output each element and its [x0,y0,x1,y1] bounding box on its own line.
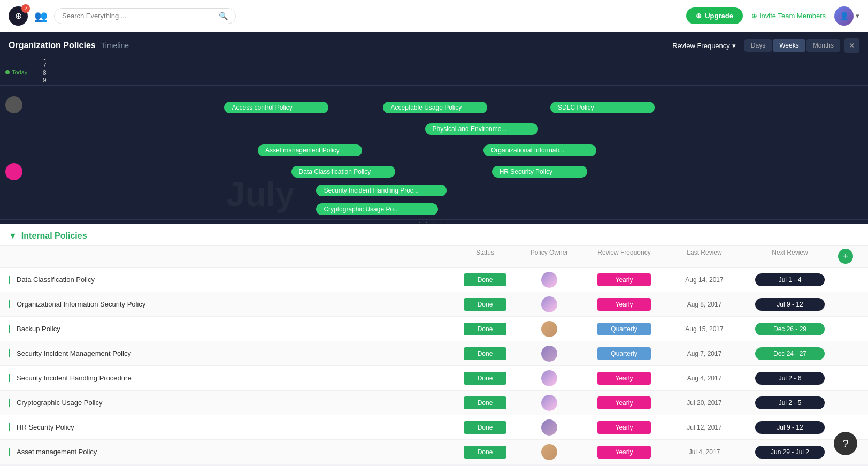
freq-cell: Yearly [581,372,667,385]
policy-name[interactable]: Security Incident Management Policy [9,349,453,357]
search-input[interactable] [62,12,216,20]
view-weeks-button[interactable]: Weeks [773,39,805,52]
date-cells: 2122232425Mon262728293012Mon3456789Mon10… [34,59,55,86]
gantt-bar[interactable]: Data Classification Policy [291,166,396,178]
view-months-button[interactable]: Months [806,39,840,52]
view-toggle: Days Weeks Months [744,39,840,52]
drag-handle[interactable]: · · · · · [0,219,868,224]
gantt-bar[interactable]: SDLC Policy [550,102,655,113]
gantt-bar[interactable]: Physical and Environme... [425,123,538,135]
next-review-cell: Jul 2 - 5 [742,396,838,409]
freq-cell: Yearly [581,396,667,409]
status-badge: Done [464,421,506,434]
owner-avatar [541,296,557,312]
next-review-cell: Jul 9 - 12 [742,421,838,434]
status-cell: Done [453,273,517,286]
col-owner: Policy Owner [517,249,581,264]
timeline-area: Today 2122232425Mon262728293012Mon345678… [0,59,868,219]
policy-name[interactable]: Cryptographic Usage Policy [9,399,453,407]
freq-badge: Yearly [597,298,651,311]
policy-name[interactable]: Data Classification Policy [9,276,453,284]
policy-name[interactable]: Asset management Policy [9,448,453,456]
team-icon[interactable]: 👥 [34,10,48,22]
plus-icon: ⊕ [751,12,757,20]
owner-avatar [541,419,557,436]
table-row: Cryptographic Usage Policy Done Yearly J… [0,391,868,415]
col-name [9,249,453,264]
date-cell: 8 [34,69,55,77]
invite-button[interactable]: ⊕ Invite Team Members [751,12,826,20]
owner-cell [517,321,581,337]
policy-name[interactable]: Organizational Information Security Poli… [9,300,453,308]
last-review: Aug 8, 2017 [667,301,742,308]
today-indicator: Today [5,69,27,75]
review-frequency-button[interactable]: Review Frequency ▾ [672,42,736,50]
freq-badge: Yearly [597,446,651,459]
owner-cell [517,272,581,288]
owner-cell [517,370,581,386]
next-review-cell: Jul 1 - 4 [742,273,838,286]
next-review-cell: Jul 2 - 6 [742,372,838,385]
col-freq: Review Frequency [581,249,667,264]
status-cell: Done [453,446,517,459]
freq-cell: Yearly [581,446,667,459]
gantt-bar[interactable]: Cryptographic Usage Po... [316,203,437,215]
policy-name[interactable]: Security Incident Handling Procedure [9,374,453,382]
table-row: Security Incident Management Policy Done… [0,341,868,366]
policy-name[interactable]: HR Security Policy [9,423,453,431]
owner-cell [517,346,581,362]
user-avatar-2 [5,163,22,180]
timeline-close-button[interactable]: ✕ [844,38,859,53]
owner-avatar [541,272,557,288]
gantt-bar[interactable]: Acceptable Usage Policy [383,102,487,113]
last-review: Aug 14, 2017 [667,276,742,284]
last-review: Aug 7, 2017 [667,350,742,357]
help-button[interactable]: ? [834,432,857,455]
gantt-bar[interactable]: Security Incident Handling Proc... [316,185,446,196]
date-cell: 7 [34,62,55,69]
status-badge: Done [464,347,506,360]
app-logo[interactable]: ⊕ 2 [9,6,28,26]
table-row: Organizational Information Security Poli… [0,292,868,317]
policy-name[interactable]: Backup Policy [9,325,453,333]
next-review-badge: Jul 2 - 5 [755,396,825,409]
page-subtitle: Timeline [101,41,129,50]
user-avatar-1 [5,96,22,113]
owner-avatar [541,321,557,337]
gantt-bar[interactable]: Asset management Policy [258,144,362,156]
status-cell: Done [453,421,517,434]
upgrade-button[interactable]: ⊕ Upgrade [686,7,743,24]
next-review-badge: Jul 1 - 4 [755,273,825,286]
gantt-bar[interactable]: Access control Policy [224,102,328,113]
date-cell: 9Mon [34,77,55,86]
gantt-bar[interactable]: HR Security Policy [492,166,588,178]
today-dot [5,70,10,74]
freq-badge: Yearly [597,421,651,434]
table-row: Asset management Policy Done Yearly Jul … [0,440,868,464]
next-review-cell: Jul 9 - 12 [742,298,838,311]
add-policy-button[interactable]: + [838,249,853,264]
status-cell: Done [453,323,517,335]
table-row: Backup Policy Done Quarterly Aug 15, 201… [0,317,868,341]
status-cell: Done [453,396,517,409]
status-badge: Done [464,323,506,335]
avatar[interactable]: 👤 [834,6,854,26]
notification-badge: 2 [21,4,30,13]
column-headers: Status Policy Owner Review Frequency Las… [0,246,868,268]
gantt-bar[interactable]: Organizational Informati... [483,144,596,156]
timeline-header: Organization Policies Timeline Review Fr… [0,32,868,59]
next-review-badge: Jul 2 - 6 [755,372,825,385]
status-cell: Done [453,298,517,311]
view-days-button[interactable]: Days [744,39,772,52]
owner-avatar [541,346,557,362]
owner-avatar [541,395,557,411]
last-review: Jul 20, 2017 [667,399,742,407]
section-toggle-icon[interactable]: ▼ [9,231,17,241]
last-review: Aug 15, 2017 [667,325,742,333]
user-dropdown-icon[interactable]: ▾ [856,12,859,20]
freq-badge: Yearly [597,396,651,409]
col-status: Status [453,249,517,264]
next-review-badge: Jul 9 - 12 [755,421,825,434]
col-next: Next Review [742,249,838,264]
timeline-dates: Today 2122232425Mon262728293012Mon345678… [0,59,868,86]
